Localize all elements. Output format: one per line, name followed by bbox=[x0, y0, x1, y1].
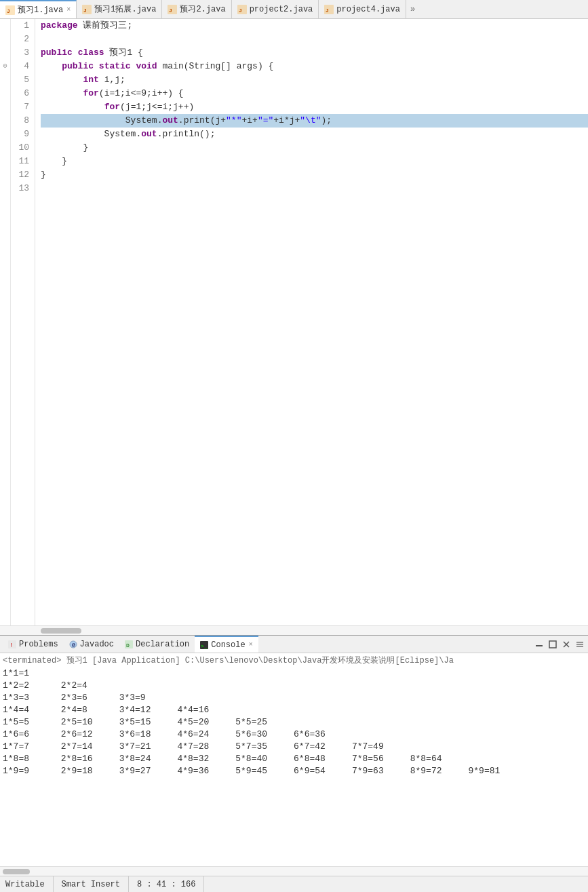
minimize-view-btn[interactable] bbox=[534, 639, 545, 650]
console-output-line-5: 1*5=5 2*5=10 3*5=15 4*5=20 5*5=25 bbox=[3, 716, 585, 729]
console-output-line-3: 1*3=3 2*3=6 3*3=9 bbox=[3, 692, 585, 704]
bottom-tab-bar: ! Problems @ Javadoc D Declaration >_ Co… bbox=[0, 636, 588, 653]
insert-mode-label: Smart Insert bbox=[62, 880, 120, 889]
close-view-icon bbox=[562, 640, 571, 649]
declaration-icon: D bbox=[125, 640, 133, 648]
ln-6: 6 bbox=[16, 87, 29, 100]
ln-8: 8 bbox=[16, 114, 29, 128]
console-horizontal-scrollbar[interactable] bbox=[0, 866, 588, 876]
code-line-5: int i,j; bbox=[41, 73, 588, 87]
java-file-icon3: J bbox=[168, 5, 177, 14]
code-line-2 bbox=[41, 33, 588, 46]
svg-text:J: J bbox=[83, 7, 87, 14]
code-line-11: } bbox=[41, 155, 588, 168]
bottom-tab-actions bbox=[534, 639, 585, 650]
code-line-12: } bbox=[41, 168, 588, 182]
code-line-1: package 课前预习三; bbox=[41, 19, 588, 33]
tab-label: 预习1.java bbox=[18, 4, 63, 16]
code-line-3: public class 预习1 { bbox=[41, 46, 588, 60]
code-line-10: } bbox=[41, 141, 588, 155]
ln-1: 1 bbox=[16, 19, 29, 33]
status-bar: Writable Smart Insert 8 : 41 : 166 bbox=[0, 876, 588, 892]
svg-text:!: ! bbox=[9, 642, 13, 648]
tab-preview2[interactable]: J 预习2.java bbox=[162, 0, 231, 18]
ln-12: 12 bbox=[16, 168, 29, 182]
tab-label: 预习1拓展.java bbox=[94, 3, 156, 15]
tab-console[interactable]: >_ Console × bbox=[195, 636, 258, 653]
ln-10: 10 bbox=[16, 141, 29, 155]
line-numbers: 1 2 3 4 5 6 7 8 9 10 11 12 13 bbox=[11, 19, 35, 625]
margin-line-11 bbox=[0, 155, 10, 168]
margin-line-3 bbox=[0, 46, 10, 60]
tab-problems[interactable]: ! Problems bbox=[3, 636, 64, 653]
ln-2: 2 bbox=[16, 33, 29, 46]
tab-overflow-btn[interactable]: » bbox=[406, 5, 419, 14]
svg-rect-19 bbox=[549, 641, 556, 648]
ln-11: 11 bbox=[16, 155, 29, 168]
tab-project4[interactable]: J project4.java bbox=[319, 0, 406, 18]
svg-text:J: J bbox=[239, 7, 242, 14]
tab-close-icon[interactable]: × bbox=[66, 6, 71, 14]
margin-line-8 bbox=[0, 114, 10, 128]
ln-13: 13 bbox=[16, 182, 29, 195]
writable-label: Writable bbox=[5, 880, 45, 889]
tab-preview1-java[interactable]: J 预习1.java × bbox=[0, 0, 77, 18]
tab-project2[interactable]: J project2.java bbox=[232, 0, 319, 18]
ln-4: 4 bbox=[16, 60, 29, 73]
tab-declaration[interactable]: D Declaration bbox=[119, 636, 195, 653]
console-output-line-9: 1*9=9 2*9=18 3*9=27 4*9=36 5*9=45 6*9=54… bbox=[3, 765, 585, 777]
console-output-line-7: 1*7=7 2*7=14 3*7=21 4*7=28 5*7=35 6*7=42… bbox=[3, 741, 585, 753]
console-output-line-1: 1*1=1 bbox=[3, 667, 585, 680]
close-view-btn[interactable] bbox=[561, 639, 572, 650]
code-line-9: System.out.println(); bbox=[41, 128, 588, 141]
status-insert-mode: Smart Insert bbox=[54, 876, 129, 892]
editor-horizontal-scrollbar[interactable] bbox=[0, 625, 588, 635]
code-content[interactable]: package 课前预习三; public class 预习1 { public… bbox=[35, 19, 588, 625]
console-icon: >_ bbox=[200, 641, 208, 649]
maximize-view-btn[interactable] bbox=[547, 639, 558, 650]
code-line-6: for(i=1;i<=9;i++) { bbox=[41, 87, 588, 100]
editor-tab-bar: J 预习1.java × J 预习1拓展.java J 预习2.java J p… bbox=[0, 0, 588, 19]
editor-area: ⊙ 1 2 3 4 5 6 7 8 9 10 11 12 13 p bbox=[0, 19, 588, 635]
margin-line-1 bbox=[0, 19, 10, 33]
svg-text:J: J bbox=[169, 7, 172, 14]
tab-label: project4.java bbox=[336, 5, 400, 14]
java-file-icon: J bbox=[5, 5, 15, 15]
margin-line-10 bbox=[0, 141, 10, 155]
tab-label: project2.java bbox=[250, 5, 313, 14]
java-file-icon4: J bbox=[237, 5, 247, 14]
ln-5: 5 bbox=[16, 73, 29, 87]
minimize-icon bbox=[534, 640, 544, 649]
margin-line-13 bbox=[0, 182, 10, 195]
console-output[interactable]: <terminated> 预习1 [Java Application] C:\U… bbox=[0, 653, 588, 866]
javadoc-icon: @ bbox=[69, 640, 77, 648]
tab-preview1-expand[interactable]: J 预习1拓展.java bbox=[77, 0, 162, 18]
tab-label: 预习2.java bbox=[180, 3, 225, 15]
java-file-icon2: J bbox=[82, 5, 92, 14]
margin-line-12 bbox=[0, 168, 10, 182]
view-menu-icon bbox=[575, 640, 585, 649]
console-terminated-line: <terminated> 预习1 [Java Application] C:\U… bbox=[3, 655, 585, 666]
maximize-icon bbox=[548, 640, 557, 649]
console-label: Console bbox=[211, 640, 245, 650]
problems-label: Problems bbox=[19, 640, 58, 649]
tab-javadoc[interactable]: @ Javadoc bbox=[64, 636, 119, 653]
margin-line-5 bbox=[0, 73, 10, 87]
ln-3: 3 bbox=[16, 46, 29, 60]
left-margin: ⊙ bbox=[0, 19, 11, 625]
margin-line-7 bbox=[0, 100, 10, 114]
ln-9: 9 bbox=[16, 128, 29, 141]
position-label: 8 : 41 : 166 bbox=[137, 880, 195, 889]
code-line-4: public static void main(String[] args) { bbox=[41, 60, 588, 73]
console-output-line-4: 1*4=4 2*4=8 3*4=12 4*4=16 bbox=[3, 704, 585, 716]
status-position: 8 : 41 : 166 bbox=[129, 876, 204, 892]
view-menu-btn[interactable] bbox=[574, 639, 585, 650]
margin-line-2 bbox=[0, 33, 10, 46]
console-output-line-6: 1*6=6 2*6=12 3*6=18 4*6=24 5*6=30 6*6=36 bbox=[3, 729, 585, 741]
console-output-line-2: 1*2=2 2*2=4 bbox=[3, 680, 585, 692]
svg-text:D: D bbox=[126, 642, 130, 648]
console-close-icon[interactable]: × bbox=[249, 641, 253, 648]
status-writable: Writable bbox=[5, 876, 54, 892]
svg-text:J: J bbox=[7, 8, 10, 14]
java-file-icon5: J bbox=[324, 5, 334, 14]
